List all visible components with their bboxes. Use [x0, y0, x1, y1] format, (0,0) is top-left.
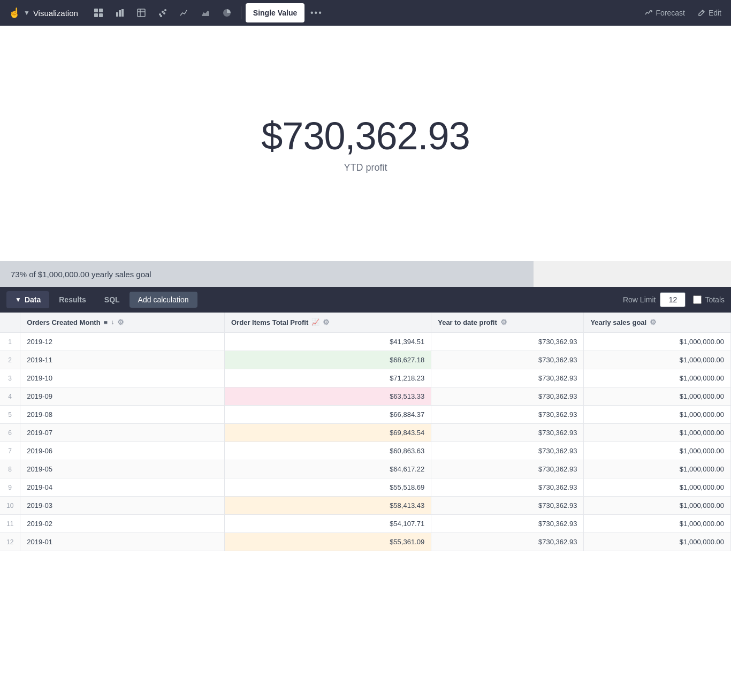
table-row: 12 2019-01 $55,361.09 $730,362.93 $1,000…: [0, 533, 731, 551]
ytd-cell: $730,362.93: [431, 387, 584, 406]
goal-cell: $1,000,000.00: [584, 515, 731, 533]
col-total-profit[interactable]: Order Items Total Profit 📈 ⚙: [225, 313, 431, 332]
tab-data-label: Data: [25, 295, 41, 304]
goal-cell: $1,000,000.00: [584, 497, 731, 515]
table-row: 5 2019-08 $66,884.37 $730,362.93 $1,000,…: [0, 406, 731, 424]
goal-cell: $1,000,000.00: [584, 533, 731, 551]
profit-cell: $66,884.37: [225, 406, 431, 424]
col-yearly-goal-label: Yearly sales goal: [590, 318, 646, 326]
big-value-label: YTD profit: [344, 162, 387, 173]
edit-btn[interactable]: Edit: [692, 5, 727, 20]
forecast-icon: [645, 9, 652, 17]
brand-area[interactable]: ☝ ▼ Visualization: [4, 7, 82, 19]
add-calc-label: Add calculation: [138, 295, 189, 304]
row-num-cell: 12: [0, 533, 20, 551]
col-orders-month[interactable]: Orders Created Month ≡ ↓ ⚙: [20, 313, 225, 332]
profit-cell: $41,394.51: [225, 332, 431, 351]
profit-cell: $55,518.69: [225, 478, 431, 497]
goal-cell: $1,000,000.00: [584, 332, 731, 351]
table-row: 7 2019-06 $60,863.63 $730,362.93 $1,000,…: [0, 442, 731, 460]
goal-cell: $1,000,000.00: [584, 478, 731, 497]
table-row: 4 2019-09 $63,513.33 $730,362.93 $1,000,…: [0, 387, 731, 406]
row-num-cell: 5: [0, 406, 20, 424]
yearly-goal-gear-icon[interactable]: ⚙: [650, 318, 657, 326]
goal-cell: $1,000,000.00: [584, 369, 731, 387]
scatter-btn[interactable]: [153, 3, 172, 22]
month-cell: 2019-08: [20, 406, 225, 424]
ytd-cell: $730,362.93: [431, 478, 584, 497]
month-cell: 2019-04: [20, 478, 225, 497]
tab-data[interactable]: ▼ Data: [6, 291, 49, 308]
row-limit-label: Row Limit: [623, 295, 656, 304]
profit-cell: $71,218.23: [225, 369, 431, 387]
totals-checkbox[interactable]: [693, 295, 702, 304]
tab-sql[interactable]: SQL: [96, 291, 128, 308]
table-view-btn[interactable]: [89, 3, 108, 22]
table-row: 6 2019-07 $69,843.54 $730,362.93 $1,000,…: [0, 424, 731, 442]
goal-cell: $1,000,000.00: [584, 424, 731, 442]
profit-cell: $55,361.09: [225, 533, 431, 551]
table-row: 10 2019-03 $58,413.43 $730,362.93 $1,000…: [0, 497, 731, 515]
ytd-cell: $730,362.93: [431, 515, 584, 533]
month-cell: 2019-09: [20, 387, 225, 406]
sort-desc-icon[interactable]: ↓: [111, 318, 114, 326]
big-value-display: $730,362.93: [261, 114, 469, 158]
svg-point-13: [160, 15, 162, 17]
month-cell: 2019-01: [20, 533, 225, 551]
table-body: 1 2019-12 $41,394.51 $730,362.93 $1,000,…: [0, 332, 731, 551]
totals-label: Totals: [705, 295, 725, 304]
svg-rect-7: [138, 9, 145, 17]
svg-rect-6: [121, 9, 124, 17]
month-cell: 2019-10: [20, 369, 225, 387]
ytd-cell: $730,362.93: [431, 351, 584, 369]
month-cell: 2019-02: [20, 515, 225, 533]
more-btn[interactable]: •••: [307, 3, 326, 22]
bar-chart-btn[interactable]: [110, 3, 130, 22]
svg-rect-4: [116, 12, 118, 17]
tab-sql-label: SQL: [104, 295, 120, 304]
total-profit-gear-icon[interactable]: ⚙: [323, 318, 330, 326]
profit-cell: $68,627.18: [225, 351, 431, 369]
pivot-btn[interactable]: [132, 3, 151, 22]
month-cell: 2019-12: [20, 332, 225, 351]
table-header-row: Orders Created Month ≡ ↓ ⚙ Order Items T…: [0, 313, 731, 332]
more-icon: •••: [310, 8, 323, 18]
edit-label: Edit: [709, 9, 721, 17]
single-value-label: Single Value: [253, 9, 297, 17]
ytd-cell: $730,362.93: [431, 369, 584, 387]
ytd-cell: $730,362.93: [431, 442, 584, 460]
profit-cell: $58,413.43: [225, 497, 431, 515]
col-yearly-goal[interactable]: Yearly sales goal ⚙: [584, 313, 731, 332]
data-table-wrap: Orders Created Month ≡ ↓ ⚙ Order Items T…: [0, 313, 731, 551]
dropdown-arrow[interactable]: ▼: [24, 9, 30, 17]
profit-cell: $54,107.71: [225, 515, 431, 533]
svg-rect-0: [94, 9, 98, 12]
svg-point-14: [163, 12, 165, 14]
single-value-btn[interactable]: Single Value: [246, 3, 304, 22]
svg-rect-2: [94, 13, 98, 17]
goal-bar: 73% of $1,000,000.00 yearly sales goal: [0, 261, 731, 287]
row-num-cell: 4: [0, 387, 20, 406]
orders-month-gear-icon[interactable]: ⚙: [117, 318, 124, 326]
col-row-num: [0, 313, 20, 332]
row-num-cell: 3: [0, 369, 20, 387]
data-panel-toolbar: ▼ Data Results SQL Add calculation Row L…: [0, 287, 731, 313]
ytd-profit-gear-icon[interactable]: ⚙: [500, 318, 507, 326]
row-num-cell: 2: [0, 351, 20, 369]
row-num-cell: 11: [0, 515, 20, 533]
month-cell: 2019-06: [20, 442, 225, 460]
line-chart-btn[interactable]: [174, 3, 194, 22]
forecast-btn[interactable]: Forecast: [639, 5, 690, 20]
tab-results[interactable]: Results: [50, 291, 95, 308]
row-limit-input[interactable]: [660, 292, 686, 307]
ytd-cell: $730,362.93: [431, 460, 584, 478]
pie-chart-btn[interactable]: [217, 3, 237, 22]
totals-wrap: Totals: [693, 295, 725, 304]
col-ytd-profit[interactable]: Year to date profit ⚙: [431, 313, 584, 332]
add-calculation-btn[interactable]: Add calculation: [130, 292, 197, 308]
goal-bar-text: 73% of $1,000,000.00 yearly sales goal: [0, 270, 151, 279]
table-row: 8 2019-05 $64,617.22 $730,362.93 $1,000,…: [0, 460, 731, 478]
row-num-cell: 10: [0, 497, 20, 515]
area-chart-btn[interactable]: [196, 3, 215, 22]
profit-cell: $60,863.63: [225, 442, 431, 460]
